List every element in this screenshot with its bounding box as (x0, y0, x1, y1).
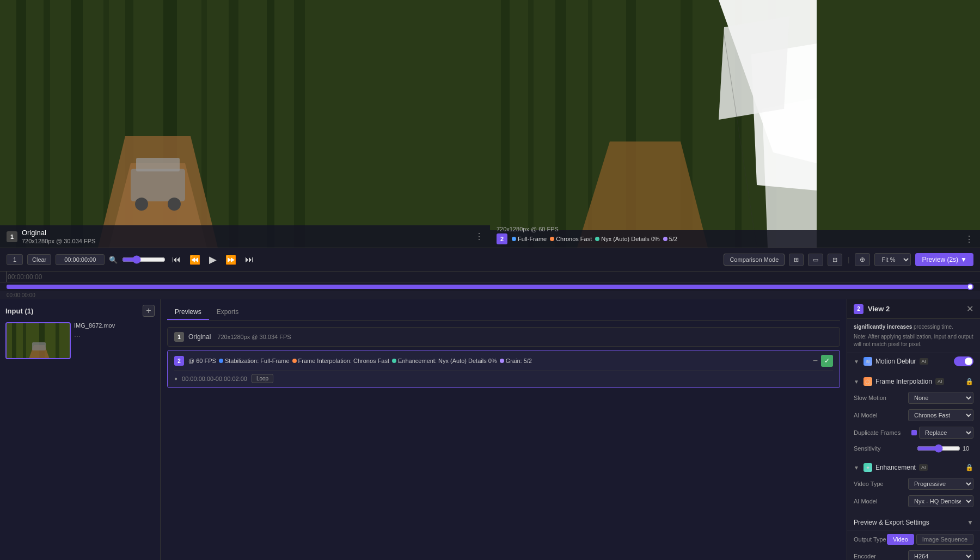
file-name-label: IMG_8672.mov (74, 322, 155, 329)
tabs-row: Previews Exports (167, 305, 840, 321)
sensitivity-slider[interactable] (917, 444, 960, 453)
loop-button[interactable]: Loop (252, 374, 273, 383)
bullet-icon: ● (174, 376, 177, 381)
svg-rect-41 (32, 342, 46, 350)
zoom-fit-icon[interactable]: ⊕ (855, 253, 870, 266)
skip-to-end-button[interactable]: ⏭ (243, 254, 256, 266)
clear-button[interactable]: Clear (27, 254, 51, 265)
video-area: 1 Original 720x1280px @ 30.034 FPS ⋮ (0, 0, 980, 248)
input-panel-header: Input (1) + (5, 305, 155, 317)
dup-frames-select[interactable]: Replace (919, 427, 973, 439)
enhance-ai-badge: AI (919, 464, 928, 471)
svg-rect-2 (44, 0, 50, 248)
tag-nyx: Nyx (Auto) Details 0% (595, 236, 660, 242)
tab-exports[interactable]: Exports (209, 305, 247, 320)
interp-collapse-icon: ▼ (854, 379, 859, 385)
file-menu-dots[interactable]: ... (74, 330, 155, 339)
split-view-button[interactable]: ⊟ (828, 254, 842, 266)
deblur-toggle[interactable] (954, 356, 973, 366)
zoom-slider[interactable] (122, 255, 166, 264)
comparison-mode-button[interactable]: Comparison Mode (724, 254, 785, 266)
right-video-mock (490, 0, 980, 248)
ai-model-enhance-select[interactable]: Nyx - HQ Denoise (908, 495, 973, 507)
ai-model-interp-select[interactable]: Chronos Fast (908, 409, 973, 421)
svg-rect-36 (12, 323, 16, 359)
svg-point-15 (135, 198, 148, 211)
interp-icon: ⬡ (863, 377, 872, 386)
deblur-title: Motion Deblur (875, 358, 916, 365)
timeline-handle[interactable] (967, 284, 973, 290)
tag-grain-label: 5/2 (669, 236, 677, 242)
ai-model-enhance-label: AI Model (854, 498, 877, 504)
svg-rect-37 (23, 323, 26, 359)
grid-view-button[interactable]: ⊞ (789, 254, 804, 266)
left-panel-menu[interactable]: ⋮ (475, 231, 483, 242)
image-sequence-button[interactable]: Image Sequence (916, 534, 973, 545)
thumb-svg (7, 323, 71, 359)
tag-chronos: Chronos Fast (550, 236, 592, 242)
interp-ai-badge: AI (935, 378, 945, 385)
svg-text:00:00:00:00: 00:00:00:00 (8, 273, 42, 281)
encoder-select[interactable]: H264 H265 (908, 550, 973, 560)
processing-note: significantly increases processing time.… (847, 319, 980, 353)
deblur-collapse-icon: ▼ (854, 359, 859, 365)
time-input[interactable] (56, 254, 105, 265)
export-collapse-icon: ▼ (967, 519, 973, 526)
ai-model-enhance-row: AI Model Nyx - HQ Denoise (847, 493, 980, 510)
search-icon: 🔍 (109, 256, 118, 264)
enhancement-header[interactable]: ▼ ✦ Enhancement AI 🔒 (847, 460, 980, 475)
video-panel-left: 1 Original 720x1280px @ 30.034 FPS ⋮ (0, 0, 490, 248)
close-view2-button[interactable]: ✕ (966, 304, 973, 314)
slow-motion-select[interactable]: None (908, 392, 973, 404)
add-input-button[interactable]: + (143, 305, 155, 317)
right-panel-header: 2 View 2 ✕ (847, 299, 980, 319)
video-type-select[interactable]: Progressive (908, 478, 973, 490)
preview-button[interactable]: Preview (2s) ▼ (915, 253, 973, 266)
tag-chronos-label: Chronos Fast (556, 236, 592, 242)
frame-interp-header[interactable]: ▼ ⬡ Frame Interpolation AI 🔒 (847, 374, 980, 389)
note2-text: Note: After applying stabilization, inpu… (854, 333, 973, 348)
tab-previews[interactable]: Previews (167, 305, 209, 320)
tag-dot-blue (512, 237, 516, 241)
thumbnail-container: IMG_8672.mov ... (5, 322, 155, 359)
frame-number-input[interactable]: 1 (7, 254, 23, 265)
step-back-button[interactable]: ⏪ (187, 254, 203, 266)
left-panel-num: 1 (7, 231, 17, 242)
note-suffix: processing time. (914, 324, 953, 330)
output-type-label: Output Type (854, 536, 886, 543)
playback-bar: 1 Clear 🔍 ⏮ ⏪ ▶ ⏩ ⏭ Comparison Mode ⊞ ▭ … (0, 248, 980, 272)
enhance-dot (392, 359, 396, 363)
svg-point-16 (168, 198, 181, 211)
play-button[interactable]: ▶ (207, 253, 219, 267)
encoder-row: Encoder H264 H265 (847, 547, 980, 560)
left-video-mock (0, 0, 490, 248)
playback-right-controls: Comparison Mode ⊞ ▭ ⊟ | ⊕ Fit % 50% 100%… (724, 253, 973, 266)
svg-rect-3 (71, 0, 83, 248)
fit-select[interactable]: Fit % 50% 100% (874, 253, 911, 266)
right-panel-menu[interactable]: ⋮ (965, 234, 973, 244)
video-type-label: Video Type (854, 481, 884, 487)
enhance-collapse-icon: ▼ (854, 465, 859, 471)
timeline-strip[interactable] (7, 285, 973, 289)
item-2-collapse-button[interactable]: − (813, 356, 818, 366)
sensitivity-label: Sensitivity (854, 445, 881, 452)
tag-fullframe: Full-Frame (512, 236, 547, 242)
video-panel-right: 2 Full-Frame Chronos Fast Nyx (Auto) Det… (490, 0, 980, 248)
single-view-button[interactable]: ▭ (808, 254, 823, 266)
svg-rect-14 (136, 158, 180, 171)
video-button[interactable]: Video (887, 534, 914, 545)
svg-rect-20 (555, 0, 566, 248)
step-forward-button[interactable]: ⏩ (223, 254, 238, 266)
enhance-icon: ✦ (863, 463, 872, 472)
svg-marker-29 (762, 98, 817, 248)
video-type-row: Video Type Progressive (847, 475, 980, 493)
tag-60fps: @ 60 FPS (188, 358, 216, 364)
right-panel: 2 View 2 ✕ significantly increases proce… (847, 299, 980, 560)
item-2-check-button[interactable]: ✓ (821, 355, 833, 367)
skip-to-start-button[interactable]: ⏮ (170, 254, 183, 266)
item-2-right: − ✓ (813, 355, 833, 367)
motion-deblur-header[interactable]: ▼ ≋ Motion Deblur AI (847, 353, 980, 370)
enhance-lock-icon: 🔒 (965, 464, 973, 471)
export-section-header[interactable]: Preview & Export Settings ▼ (847, 514, 980, 531)
preview-item-2: 2 @ 60 FPS Stabilization: Full-Frame Fra… (167, 350, 840, 388)
